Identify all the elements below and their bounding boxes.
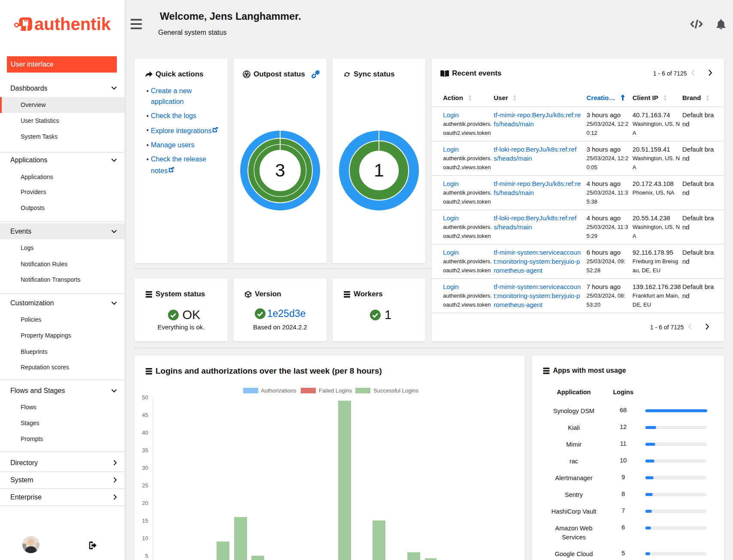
svg-text:3: 3 — [275, 160, 285, 180]
svg-text:1: 1 — [374, 160, 384, 180]
